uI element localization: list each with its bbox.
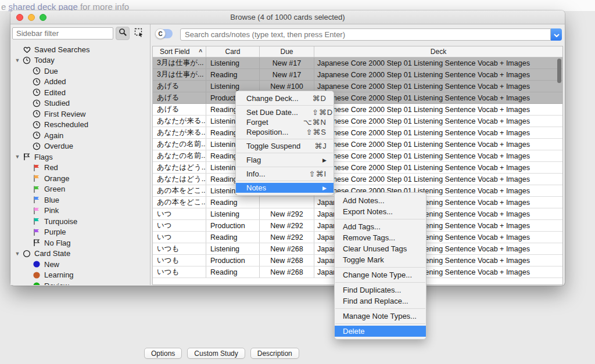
cell-due: New #292 — [260, 208, 314, 219]
sidebar-item-orange[interactable]: Orange — [10, 173, 150, 184]
table-row[interactable]: あなたが来る...ReadingJapanese Core 2000 Step … — [153, 127, 562, 139]
table-row[interactable]: あなたはどう...ReadingJapanese Core 2000 Step … — [153, 174, 562, 185]
cell-sort-field: いつも — [153, 266, 206, 277]
sidebar-item-turquoise[interactable]: Turquoise — [10, 216, 150, 227]
zoom-window-button[interactable] — [40, 14, 46, 21]
column-header-sort-field[interactable]: Sort Field^ — [153, 46, 206, 57]
table-row[interactable]: あげるListeningNew #100Japanese Core 2000 S… — [153, 81, 562, 92]
sidebar-item-new[interactable]: New — [10, 259, 150, 270]
collapse-arrow-icon[interactable]: ▼ — [13, 251, 22, 257]
menu-item-find-and-replace[interactable]: Find and Replace... — [335, 295, 426, 307]
table-row[interactable]: あげるReadingJapanese Core 2000 Step 01 Lis… — [153, 104, 562, 116]
menu-item-reposition[interactable]: Reposition...⇧⌘S — [236, 127, 334, 137]
sidebar-item-blue[interactable]: Blue — [10, 194, 150, 206]
sidebar-item-label: No Flag — [44, 239, 71, 247]
menu-item-toggle-suspend[interactable]: Toggle Suspend⌘J — [236, 141, 334, 151]
menu-item-add-notes[interactable]: Add Notes... — [335, 195, 426, 206]
titlebar[interactable]: Browse (4 of 1000 cards selected) — [10, 10, 565, 24]
cell-sort-field: あなたが来る... — [153, 127, 206, 138]
menu-item-manage-note-types[interactable]: Manage Note Types... — [335, 311, 426, 322]
menu-item-label: Notes — [246, 183, 309, 192]
menu-item-delete[interactable]: Delete — [335, 326, 426, 337]
card-notes-toggle[interactable]: C — [156, 29, 173, 38]
cell-due: New #292 — [260, 220, 314, 231]
menu-item-remove-tags[interactable]: Remove Tags... — [335, 232, 426, 243]
sidebar-item-green[interactable]: Green — [10, 184, 150, 195]
column-header-deck[interactable]: Deck — [314, 46, 562, 57]
cell-sort-field: あげる — [153, 92, 206, 103]
sidebar-item-overdue[interactable]: Overdue — [10, 141, 150, 152]
sidebar-select-mode-button[interactable] — [132, 27, 146, 40]
table-row[interactable]: 3月は仕事が...ReadingNew #17Japanese Core 200… — [153, 69, 562, 81]
sidebar-item-learning[interactable]: Learning — [10, 270, 150, 281]
sidebar-item-edited[interactable]: Edited — [10, 87, 150, 98]
table-scrollbar[interactable] — [557, 59, 561, 83]
column-header-card[interactable]: Card — [206, 46, 260, 57]
description-button[interactable]: Description — [250, 348, 299, 359]
sidebar-item-due[interactable]: Due — [10, 66, 150, 77]
table-row[interactable]: あなたはどう...ListeningJapanese Core 2000 Ste… — [153, 162, 562, 174]
sidebar-item-first-review[interactable]: First Review — [10, 109, 150, 120]
table-row[interactable]: あなたの名前...ListeningJapanese Core 2000 Ste… — [153, 139, 562, 150]
menu-separator — [335, 282, 425, 283]
sidebar-item-review[interactable]: Review — [10, 280, 150, 285]
menu-item-find-duplicates[interactable]: Find Duplicates... — [335, 284, 426, 295]
sidebar-item-card-state[interactable]: ▼Card State — [10, 248, 150, 260]
sidebar-item-label: Due — [44, 67, 58, 75]
table-row[interactable]: 3月は仕事が...ListeningNew #17Japanese Core 2… — [153, 57, 562, 69]
sidebar-item-saved-searches[interactable]: Saved Searches — [10, 44, 150, 55]
cell-sort-field: いつも — [153, 243, 206, 254]
window-title: Browse (4 of 1000 cards selected) — [10, 10, 565, 24]
sidebar-item-studied[interactable]: Studied — [10, 98, 150, 109]
sidebar-item-purple[interactable]: Purple — [10, 227, 150, 238]
sidebar-search-button[interactable] — [116, 27, 130, 40]
clock-icon — [32, 67, 41, 75]
collapse-arrow-icon[interactable]: ▼ — [13, 57, 22, 63]
close-window-button[interactable] — [16, 14, 23, 21]
menu-item-change-note-type[interactable]: Change Note Type... — [335, 269, 426, 280]
column-header-due[interactable]: Due — [260, 46, 314, 57]
menu-item-toggle-mark[interactable]: Toggle Mark — [335, 254, 426, 265]
cell-deck: Japanese Core 2000 Step 01 Listening Sen… — [314, 57, 562, 69]
sidebar-item-rescheduled[interactable]: Rescheduled — [10, 120, 150, 131]
cell-deck: Japanese Core 2000 Step 01 Listening Sen… — [314, 104, 562, 115]
sidebar-item-today[interactable]: ▼Today — [10, 55, 150, 66]
sidebar-item-label: Card State — [34, 249, 70, 258]
sort-ascending-icon: ^ — [199, 49, 202, 55]
minimize-window-button[interactable] — [28, 14, 35, 21]
sidebar-item-label: Green — [44, 185, 65, 193]
menu-item-clear-unused-tags[interactable]: Clear Unused Tags — [335, 243, 426, 254]
cell-deck: Japanese Core 2000 Step 01 Listening Sen… — [314, 69, 562, 80]
table-row[interactable]: あなたの名前...ReadingJapanese Core 2000 Step … — [153, 150, 562, 162]
search-history-dropdown-button[interactable] — [551, 28, 562, 41]
menu-item-shortcut: ⇧⌘D — [312, 108, 333, 117]
menu-item-forget[interactable]: Forget⌥⌘N — [236, 117, 334, 127]
table-row[interactable]: あなたが来る...ListeningJapanese Core 2000 Ste… — [153, 116, 562, 127]
cell-due: New #17 — [260, 57, 314, 69]
sidebar-item-again[interactable]: Again — [10, 130, 150, 141]
clock-icon — [32, 110, 41, 118]
sidebar-item-no-flag[interactable]: No Flag — [10, 237, 150, 248]
menu-item-flag[interactable]: Flag▶ — [236, 155, 334, 165]
menu-item-info[interactable]: Info...⇧⌘I — [236, 169, 334, 179]
menu-item-export-notes[interactable]: Export Notes... — [335, 206, 426, 217]
custom-study-button[interactable]: Custom Study — [187, 348, 245, 359]
sidebar-item-label: Overdue — [44, 142, 73, 150]
collapse-arrow-icon[interactable]: ▼ — [13, 154, 22, 160]
sidebar-tree: Saved Searches▼TodayDueAddedEditedStudie… — [10, 44, 150, 285]
menu-item-set-due-date[interactable]: Set Due Date...⇧⌘D — [236, 107, 334, 117]
sidebar-item-red[interactable]: Red — [10, 163, 150, 174]
search-input[interactable] — [180, 28, 551, 41]
menu-item-change-deck[interactable]: Change Deck...⌘D — [236, 93, 334, 103]
menu-item-add-tags[interactable]: Add Tags... — [335, 221, 426, 232]
sidebar-item-added[interactable]: Added — [10, 77, 150, 88]
menu-item-notes[interactable]: Notes▶ — [236, 183, 334, 193]
options-button[interactable]: Options — [144, 348, 182, 359]
sidebar-filter-input[interactable] — [12, 27, 113, 39]
table-row[interactable]: あげるProductionJapanese Core 2000 Step 01 … — [153, 92, 562, 104]
sidebar-item-flags[interactable]: ▼Flags — [10, 152, 150, 163]
cell-sort-field: いつ — [153, 220, 206, 231]
sidebar-item-pink[interactable]: Pink — [10, 206, 150, 217]
menu-item-shortcut: ⌘J — [314, 142, 327, 150]
cell-sort-field: あなたはどう... — [153, 162, 206, 173]
